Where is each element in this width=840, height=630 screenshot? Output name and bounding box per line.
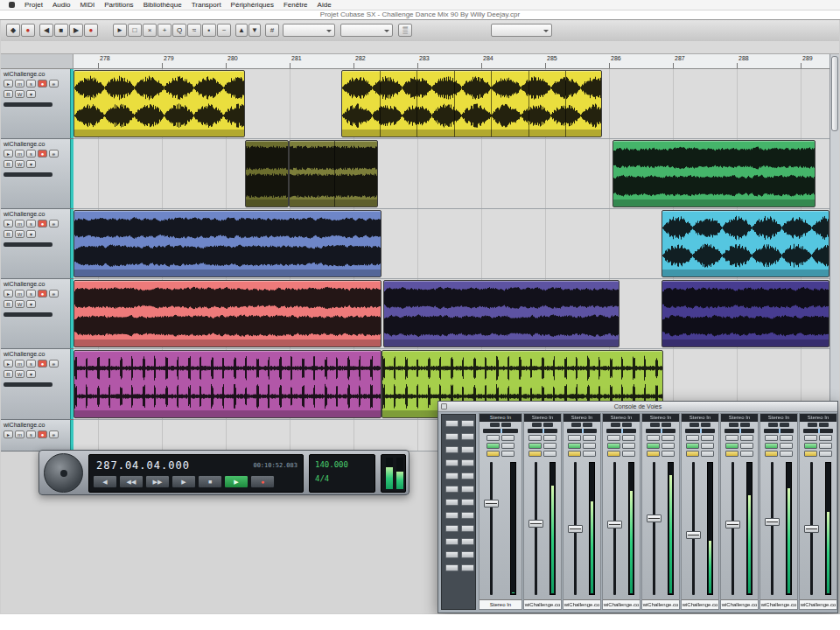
channel-name[interactable]: Stereo In (480, 599, 522, 609)
edit-button[interactable] (686, 451, 699, 457)
toolbar-dropdown[interactable] (283, 24, 335, 37)
channel-routing[interactable]: Stereo In (800, 414, 836, 422)
forward-button[interactable]: ▶▶ (145, 475, 170, 488)
track-button[interactable]: s (26, 360, 36, 368)
track-button[interactable]: e (49, 360, 59, 368)
toolbar-button[interactable]: ▒ (398, 24, 412, 37)
pan-slider[interactable] (646, 429, 676, 433)
menu-item-périphériques[interactable]: Périphériques (231, 1, 274, 9)
audio-clip[interactable] (289, 140, 378, 207)
channel-routing[interactable]: Stereo In (642, 414, 679, 422)
track-button[interactable]: ▾ (26, 160, 36, 168)
pan-slider[interactable] (567, 429, 597, 433)
track-button[interactable]: ▾ (26, 230, 36, 238)
channel-name[interactable]: wiChallenge.co (642, 599, 679, 609)
edit-button[interactable] (647, 451, 660, 457)
transport-time-display[interactable]: 287.04.04.000 (96, 459, 190, 472)
track-button[interactable]: m (15, 80, 24, 88)
mute-button[interactable] (486, 435, 500, 441)
channel-name[interactable]: wiChallenge.co (800, 599, 836, 609)
mixer-common-button[interactable] (461, 420, 474, 427)
read-button[interactable] (486, 443, 500, 449)
scrollbar-thumb[interactable] (831, 56, 838, 131)
toolbar-button[interactable]: Q (172, 24, 186, 37)
insert-button[interactable] (819, 451, 832, 457)
mixer-common-button[interactable] (461, 486, 474, 493)
track-button[interactable]: R (4, 160, 13, 168)
audio-clip[interactable] (74, 210, 382, 277)
toolbar-button[interactable]: ◀ (39, 24, 53, 37)
track-button[interactable]: ▾ (26, 370, 36, 378)
track-button[interactable]: ▸ (4, 360, 13, 368)
track-header[interactable]: wiChallenge.co▸ms●eRW▾ (1, 139, 74, 209)
track-button[interactable]: W (15, 160, 24, 168)
track-button[interactable]: m (15, 150, 24, 158)
read-button[interactable] (804, 443, 817, 449)
mixer-common-button[interactable] (445, 420, 458, 427)
toolbar-button[interactable]: ▼ (248, 24, 261, 37)
menu-item-transport[interactable]: Transport (192, 1, 221, 9)
track-button[interactable]: W (15, 90, 24, 98)
menu-item-partitions[interactable]: Partitions (104, 1, 133, 9)
mixer-common-button[interactable] (445, 525, 458, 532)
write-button[interactable] (543, 443, 556, 449)
toolbar-button[interactable]: ≈ (187, 24, 201, 37)
pan-slider[interactable] (606, 429, 636, 433)
record-enable-button[interactable]: ● (38, 360, 47, 368)
fader-cap[interactable] (725, 521, 740, 528)
mixer-common-button[interactable] (445, 459, 458, 466)
read-button[interactable] (607, 443, 620, 449)
channel-name[interactable]: wiChallenge.co (564, 599, 600, 609)
mixer-common-button[interactable] (461, 564, 474, 571)
audio-clip[interactable] (74, 350, 382, 418)
mixer-common-button[interactable] (445, 446, 458, 453)
toolbar-button[interactable]: ~ (217, 24, 231, 37)
mixer-common-button[interactable] (461, 512, 474, 519)
close-icon[interactable] (441, 403, 447, 410)
channel-name[interactable]: wiChallenge.co (682, 599, 718, 609)
pan-slider[interactable] (528, 429, 557, 433)
mixer-common-button[interactable] (461, 551, 474, 558)
pan-slider[interactable] (685, 429, 715, 433)
pan-slider[interactable] (724, 429, 754, 433)
edit-button[interactable] (765, 451, 778, 457)
mixer-common-button[interactable] (461, 472, 474, 480)
channel-routing[interactable]: Stereo In (721, 414, 758, 422)
menu-item-projet[interactable]: Projet (24, 1, 43, 9)
tempo-display[interactable]: 140.000 (315, 460, 348, 469)
read-button[interactable] (725, 443, 738, 449)
toolbar-dropdown[interactable] (491, 24, 552, 37)
track-button[interactable]: R (4, 90, 13, 98)
mute-button[interactable] (725, 435, 738, 441)
mixer-common-button[interactable] (461, 499, 474, 506)
channel-name[interactable]: wiChallenge.co (603, 599, 640, 609)
mute-button[interactable] (804, 435, 817, 441)
audio-clip[interactable] (383, 280, 620, 347)
read-button[interactable] (528, 443, 542, 449)
track-button[interactable]: ▸ (4, 290, 13, 298)
audio-clip[interactable] (612, 140, 816, 207)
fader-cap[interactable] (568, 525, 583, 533)
jog-wheel[interactable] (44, 453, 83, 493)
track-button[interactable]: ▸ (4, 80, 13, 88)
write-button[interactable] (501, 443, 514, 449)
edit-button[interactable] (486, 451, 500, 457)
mixer-common-button[interactable] (445, 499, 458, 506)
mixer-common-button[interactable] (445, 538, 458, 545)
solo-button[interactable] (622, 435, 635, 441)
toolbar-button[interactable]: ● (21, 24, 35, 37)
track-button[interactable]: e (49, 220, 59, 228)
read-button[interactable] (686, 443, 699, 449)
mixer-titlebar[interactable]: Console de Voies (438, 402, 837, 412)
play-button[interactable]: ▶ (224, 475, 248, 488)
channel-routing[interactable]: Stereo In (524, 414, 561, 422)
channel-routing[interactable]: Stereo In (603, 414, 640, 422)
track-button[interactable]: m (15, 430, 24, 438)
track-header[interactable]: wiChallenge.co▸ms●eRW▾ (1, 349, 74, 420)
solo-button[interactable] (819, 435, 832, 441)
channel-name[interactable]: wiChallenge.co (721, 599, 758, 609)
track-button[interactable]: e (49, 430, 59, 438)
signature-display[interactable]: 4/4 (315, 474, 329, 483)
read-button[interactable] (568, 443, 581, 449)
track-button[interactable]: W (15, 370, 24, 378)
